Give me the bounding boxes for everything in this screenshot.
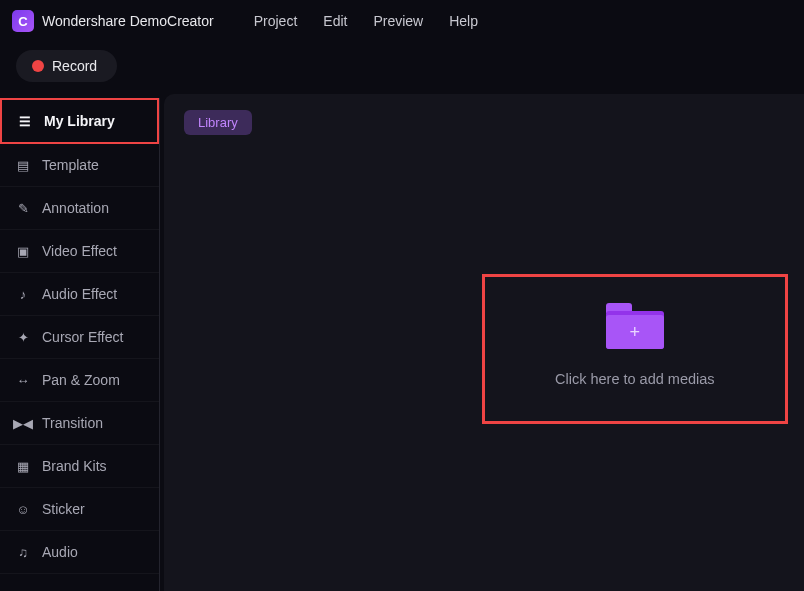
app-logo-icon — [12, 10, 34, 32]
template-icon: ▤ — [14, 156, 32, 174]
record-button[interactable]: Record — [16, 50, 117, 82]
folder-plus-icon: + — [606, 305, 664, 349]
sidebar-item-template[interactable]: ▤ Template — [0, 144, 159, 187]
app-title: Wondershare DemoCreator — [42, 13, 214, 29]
titlebar: Wondershare DemoCreator Project Edit Pre… — [0, 0, 804, 42]
sidebar-item-label: Cursor Effect — [42, 329, 123, 345]
highlight-box-dropzone: + Click here to add medias — [482, 274, 788, 424]
dropzone-text: Click here to add medias — [555, 371, 715, 387]
record-button-label: Record — [52, 58, 97, 74]
sidebar-item-label: Brand Kits — [42, 458, 107, 474]
brand-kits-icon: ▦ — [14, 457, 32, 475]
sidebar-item-label: Transition — [42, 415, 103, 431]
sidebar-item-cursor-effect[interactable]: ✦ Cursor Effect — [0, 316, 159, 359]
menu-edit[interactable]: Edit — [323, 13, 347, 29]
sidebar-item-label: Annotation — [42, 200, 109, 216]
add-media-dropzone[interactable]: + Click here to add medias — [555, 305, 715, 387]
cursor-effect-icon: ✦ — [14, 328, 32, 346]
audio-icon: ♫ — [14, 543, 32, 561]
sidebar-item-annotation[interactable]: ✎ Annotation — [0, 187, 159, 230]
sidebar-item-transition[interactable]: ▶◀ Transition — [0, 402, 159, 445]
sidebar-item-label: Video Effect — [42, 243, 117, 259]
sidebar: ☰ My Library ▤ Template ✎ Annotation ▣ V… — [0, 98, 160, 591]
workspace: ☰ My Library ▤ Template ✎ Annotation ▣ V… — [0, 98, 804, 591]
menu-help[interactable]: Help — [449, 13, 478, 29]
pan-zoom-icon: ↔ — [14, 371, 32, 389]
sidebar-item-video-effect[interactable]: ▣ Video Effect — [0, 230, 159, 273]
sidebar-item-brand-kits[interactable]: ▦ Brand Kits — [0, 445, 159, 488]
sidebar-item-pan-zoom[interactable]: ↔ Pan & Zoom — [0, 359, 159, 402]
sidebar-item-sticker[interactable]: ☺ Sticker — [0, 488, 159, 531]
sidebar-item-audio[interactable]: ♫ Audio — [0, 531, 159, 574]
transition-icon: ▶◀ — [14, 414, 32, 432]
record-dot-icon — [32, 60, 44, 72]
menubar: Project Edit Preview Help — [254, 13, 478, 29]
menu-project[interactable]: Project — [254, 13, 298, 29]
sidebar-item-my-library[interactable]: ☰ My Library — [0, 98, 159, 144]
sidebar-item-audio-effect[interactable]: ♪ Audio Effect — [0, 273, 159, 316]
video-effect-icon: ▣ — [14, 242, 32, 260]
audio-effect-icon: ♪ — [14, 285, 32, 303]
sticker-icon: ☺ — [14, 500, 32, 518]
toolbar: Record — [0, 42, 804, 98]
sidebar-item-label: Audio Effect — [42, 286, 117, 302]
sidebar-item-label: Sticker — [42, 501, 85, 517]
main-panel: Library + Click here to add medias — [164, 94, 804, 591]
sidebar-item-label: Pan & Zoom — [42, 372, 120, 388]
tab-library[interactable]: Library — [184, 110, 252, 135]
layers-icon: ☰ — [16, 112, 34, 130]
sidebar-item-label: Audio — [42, 544, 78, 560]
sidebar-item-label: Template — [42, 157, 99, 173]
menu-preview[interactable]: Preview — [373, 13, 423, 29]
annotation-icon: ✎ — [14, 199, 32, 217]
sidebar-item-label: My Library — [44, 113, 115, 129]
